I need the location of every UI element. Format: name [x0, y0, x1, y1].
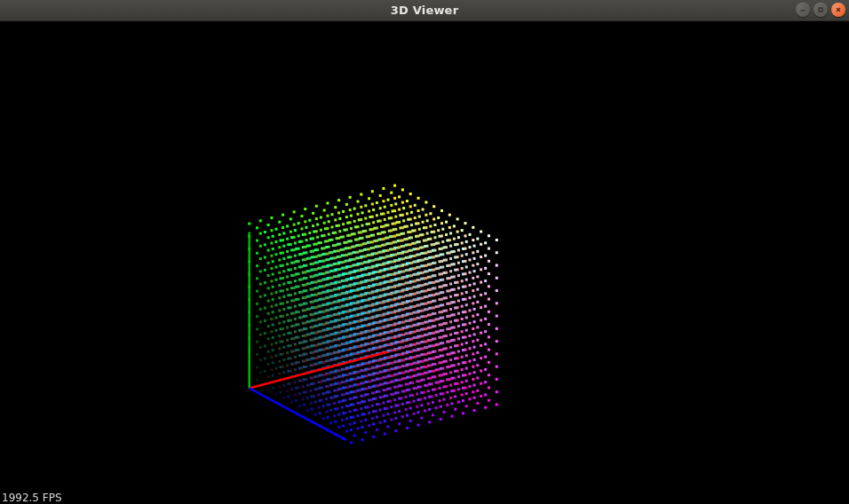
minimize-button[interactable]: [796, 3, 810, 17]
window-controls: [796, 3, 845, 17]
window-title: 3D Viewer: [0, 4, 849, 17]
maximize-button[interactable]: [813, 3, 828, 17]
svg-rect-1: [819, 8, 822, 12]
titlebar[interactable]: 3D Viewer: [0, 0, 849, 21]
app-window: 3D Viewer 1992.5 FPS: [0, 0, 849, 504]
render-canvas[interactable]: [0, 21, 849, 504]
close-button[interactable]: [831, 3, 845, 17]
viewport-3d[interactable]: 1992.5 FPS: [0, 21, 849, 504]
maximize-icon: [817, 6, 824, 13]
close-icon: [835, 6, 842, 13]
minimize-icon: [799, 6, 806, 13]
